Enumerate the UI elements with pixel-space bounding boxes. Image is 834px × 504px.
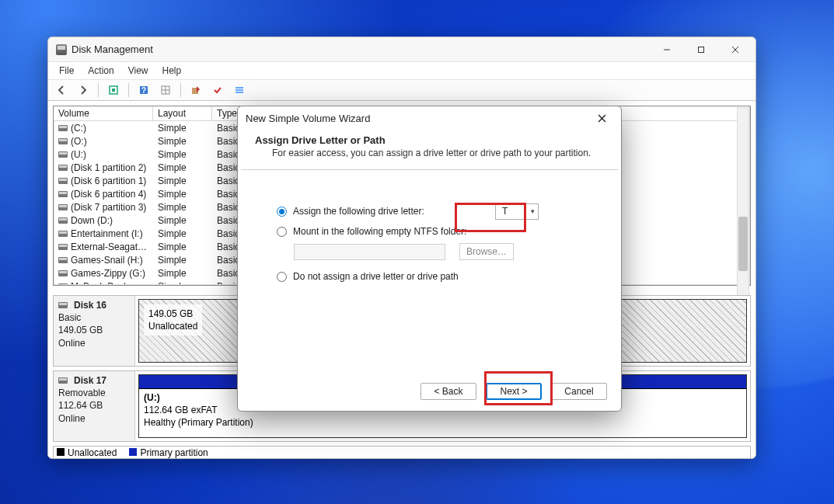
- volume-icon: [58, 244, 68, 250]
- volume-icon: [58, 217, 68, 224]
- scrollbar-thumb[interactable]: [738, 217, 748, 271]
- svg-rect-12: [236, 87, 243, 89]
- svg-rect-1: [699, 47, 704, 52]
- volume-icon: [58, 283, 68, 285]
- browse-button: Browse…: [459, 243, 514, 260]
- radio-mount-folder[interactable]: [277, 227, 287, 237]
- check-icon[interactable]: [209, 82, 226, 98]
- dialog-heading: Assign Drive Letter or Path: [255, 134, 604, 146]
- back-button[interactable]: < Back: [420, 383, 476, 400]
- cancel-button[interactable]: Cancel: [551, 383, 607, 400]
- svg-text:?: ?: [141, 86, 146, 95]
- chevron-down-icon: ▾: [531, 207, 535, 215]
- dialog-close-button[interactable]: [590, 107, 613, 129]
- drive-letter-combo[interactable]: T ▾: [495, 203, 539, 220]
- menu-file[interactable]: File: [53, 64, 80, 78]
- radio-assign-letter[interactable]: [277, 207, 287, 217]
- maximize-button[interactable]: [684, 38, 718, 61]
- volume-icon: [58, 178, 68, 184]
- volume-icon: [58, 231, 68, 237]
- label-no-assign: Do not assign a drive letter or drive pa…: [293, 271, 459, 282]
- close-button[interactable]: [718, 38, 752, 61]
- scrollbar[interactable]: [737, 107, 749, 325]
- legend: Unallocated Primary partition: [53, 446, 751, 459]
- dialog-title: New Simple Volume Wizard: [246, 113, 370, 124]
- disk16-info: Disk 16 Basic 149.05 GB Online: [54, 296, 135, 366]
- svg-rect-5: [112, 89, 115, 92]
- volume-icon: [58, 270, 68, 276]
- volume-icon: [58, 138, 68, 144]
- toolbar: ?: [48, 80, 755, 101]
- disk-icon: [58, 377, 68, 384]
- action-icon[interactable]: [187, 82, 204, 98]
- label-mount-folder: Mount in the following empty NTFS folder…: [293, 226, 466, 237]
- menubar: File Action View Help: [48, 62, 755, 80]
- back-icon[interactable]: [53, 82, 70, 98]
- column-header-layout[interactable]: Layout: [153, 106, 212, 120]
- next-button[interactable]: Next >: [486, 383, 542, 400]
- help-icon[interactable]: ?: [135, 82, 152, 98]
- menu-view[interactable]: View: [122, 64, 155, 78]
- volume-icon: [58, 191, 68, 197]
- menu-action[interactable]: Action: [82, 64, 120, 78]
- list-icon[interactable]: [231, 82, 248, 98]
- volume-icon: [58, 257, 68, 263]
- disk17-info: Disk 17 Removable 112.64 GB Online: [54, 371, 135, 441]
- forward-icon[interactable]: [75, 82, 92, 98]
- wizard-dialog: New Simple Volume Wizard Assign Drive Le…: [237, 106, 622, 412]
- refresh-icon[interactable]: [105, 82, 122, 98]
- dialog-subheading: For easier access, you can assign a driv…: [272, 148, 604, 158]
- volume-icon: [58, 165, 68, 171]
- volume-icon: [58, 204, 68, 210]
- grid-icon[interactable]: [157, 82, 174, 98]
- titlebar: Disk Management: [48, 37, 755, 62]
- svg-rect-14: [236, 92, 243, 93]
- label-assign-letter: Assign the following drive letter:: [293, 206, 424, 217]
- minimize-button[interactable]: [650, 38, 684, 61]
- volume-icon: [58, 125, 68, 131]
- window-title: Disk Management: [72, 43, 650, 55]
- app-icon: [56, 44, 67, 55]
- column-header-volume[interactable]: Volume: [54, 106, 153, 120]
- mount-path-input: [294, 244, 445, 260]
- radio-no-assign[interactable]: [277, 272, 287, 282]
- menu-help[interactable]: Help: [156, 64, 188, 78]
- disk-icon: [58, 302, 68, 308]
- svg-rect-13: [236, 89, 243, 91]
- volume-icon: [58, 151, 68, 158]
